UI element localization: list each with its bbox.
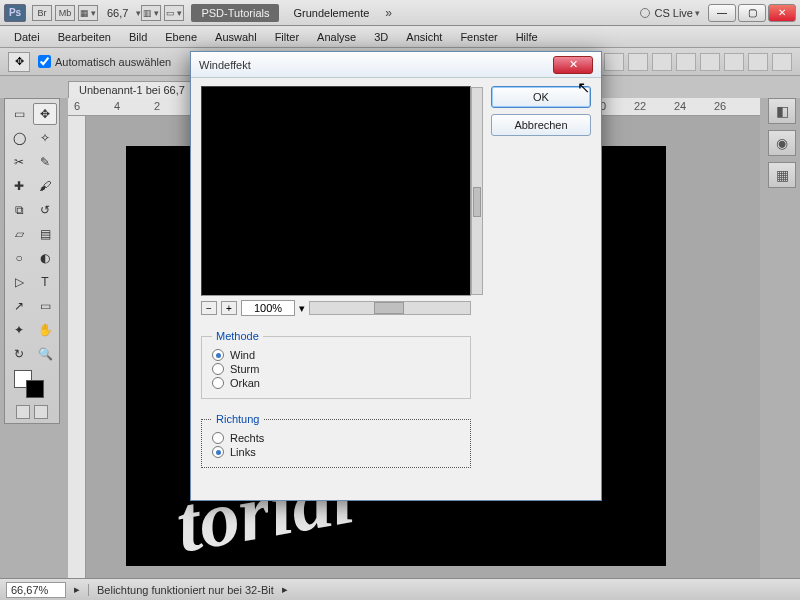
dialog-close-button[interactable]: ✕ [553,56,593,74]
menu-auswahl[interactable]: Auswahl [207,29,265,45]
zoom-field[interactable]: 66,67% [6,582,66,598]
tool-type[interactable]: T [33,271,57,293]
tool-shape[interactable]: ▭ [33,295,57,317]
radio-sturm[interactable]: Sturm [212,362,460,376]
menu-3d[interactable]: 3D [366,29,396,45]
close-button[interactable]: ✕ [768,4,796,22]
zoom-in-button[interactable]: + [221,301,237,315]
align-icon[interactable] [676,53,696,71]
tool-dodge[interactable]: ◐ [33,247,57,269]
menu-filter[interactable]: Filter [267,29,307,45]
preview-hscroll[interactable] [309,301,471,315]
zoom-out-button[interactable]: − [201,301,217,315]
radio-links[interactable]: Links [212,445,460,459]
tool-history[interactable]: ↺ [33,199,57,221]
menu-ansicht[interactable]: Ansicht [398,29,450,45]
panel-layers-icon[interactable]: ◧ [768,98,796,124]
more-workspaces-icon[interactable]: » [385,6,392,20]
tool-wand[interactable]: ✧ [33,127,57,149]
distribute-icon[interactable] [772,53,792,71]
ok-button[interactable]: OK [491,86,591,108]
dialog-title: Windeffekt [199,59,251,71]
autoselect-checkbox[interactable]: Automatisch auswählen [38,55,171,68]
menu-hilfe[interactable]: Hilfe [508,29,546,45]
cancel-button[interactable]: Abbrechen [491,114,591,136]
radio-orkan[interactable]: Orkan [212,376,460,390]
maximize-button[interactable]: ▢ [738,4,766,22]
document-tab[interactable]: Unbenannt-1 bei 66,7 [68,81,196,98]
tool-heal[interactable]: ✚ [7,175,31,197]
right-collapsed-panels: ◧ ◉ ▦ [768,98,796,188]
workspace-tab-active[interactable]: PSD-Tutorials [191,4,279,22]
app-titlebar: Ps Br Mb ▦▾ 66,7▾ ▥▾ ▭▾ PSD-Tutorials Gr… [0,0,800,26]
tool-blur[interactable]: ○ [7,247,31,269]
status-bar: 66,67% ▸ Belichtung funktioniert nur bei… [0,578,800,600]
tool-stamp[interactable]: ⧉ [7,199,31,221]
cslive-label: CS Live [654,7,693,19]
tool-brush[interactable]: 🖌 [33,175,57,197]
autoselect-label: Automatisch auswählen [55,56,171,68]
tool-marquee[interactable]: ▭ [7,103,31,125]
menu-bearbeiten[interactable]: Bearbeiten [50,29,119,45]
preview-zoom-value[interactable]: 100% [241,300,295,316]
tool-eraser[interactable]: ▱ [7,223,31,245]
radio-wind[interactable]: Wind [212,348,460,362]
method-legend: Methode [212,330,263,342]
dialog-titlebar[interactable]: Windeffekt ✕ [191,52,601,78]
tool-move[interactable]: ✥ [33,103,57,125]
minibridge-button[interactable]: Mb [55,5,75,21]
tool-crop[interactable]: ✂ [7,151,31,173]
menu-bild[interactable]: Bild [121,29,155,45]
panel-adjust-icon[interactable]: ◉ [768,130,796,156]
direction-fieldset: Richtung Rechts Links [201,413,471,468]
chevron-right-icon[interactable]: ▸ [282,583,288,596]
screenmode-icon[interactable] [34,405,48,419]
zoom-level[interactable]: 66,7 [107,7,128,19]
workspace-tab[interactable]: Grundelemente [283,4,379,22]
align-icon[interactable] [700,53,720,71]
menu-bar: Datei Bearbeiten Bild Ebene Auswahl Filt… [0,26,800,48]
tool-pen[interactable]: ▷ [7,271,31,293]
tool-gradient[interactable]: ▤ [33,223,57,245]
wind-dialog: Windeffekt ✕ OK Abbrechen − + 100%▾ Meth… [190,51,602,501]
tools-panel: ▭ ✥ ◯ ✧ ✂ ✎ ✚ 🖌 ⧉ ↺ ▱ ▤ ○ ◐ ▷ T ↗ ▭ ✦ ✋ … [4,98,60,424]
tool-path[interactable]: ↗ [7,295,31,317]
extras-button[interactable]: ▭▾ [164,5,184,21]
tool-3d[interactable]: ✦ [7,319,31,341]
tool-hand[interactable]: ✋ [33,319,57,341]
tool-eyedrop[interactable]: ✎ [33,151,57,173]
arrange-button[interactable]: ▥▾ [141,5,161,21]
preview-area[interactable] [201,86,471,296]
preview-vscroll[interactable] [471,87,483,295]
cslive-button[interactable]: CS Live ▾ [640,7,700,19]
bridge-button[interactable]: Br [32,5,52,21]
tool-zoom[interactable]: 🔍 [33,343,57,365]
chevron-right-icon[interactable]: ▸ [74,583,80,596]
method-fieldset: Methode Wind Sturm Orkan [201,330,471,399]
vertical-ruler [68,116,86,578]
distribute-icon[interactable] [724,53,744,71]
menu-datei[interactable]: Datei [6,29,48,45]
move-tool-icon[interactable]: ✥ [8,52,30,72]
menu-analyse[interactable]: Analyse [309,29,364,45]
menu-fenster[interactable]: Fenster [452,29,505,45]
radio-rechts[interactable]: Rechts [212,431,460,445]
minimize-button[interactable]: — [708,4,736,22]
align-icon[interactable] [604,53,624,71]
tool-rotate[interactable]: ↻ [7,343,31,365]
panel-styles-icon[interactable]: ▦ [768,162,796,188]
align-icon[interactable] [652,53,672,71]
quickmask-icon[interactable] [16,405,30,419]
screen-mode-button[interactable]: ▦▾ [78,5,98,21]
status-message: Belichtung funktioniert nur bei 32-Bit [88,584,274,596]
ps-logo-icon: Ps [4,4,26,22]
distribute-icon[interactable] [748,53,768,71]
menu-ebene[interactable]: Ebene [157,29,205,45]
color-swatches[interactable] [7,367,31,399]
tool-lasso[interactable]: ◯ [7,127,31,149]
align-icon[interactable] [628,53,648,71]
direction-legend: Richtung [212,413,263,425]
